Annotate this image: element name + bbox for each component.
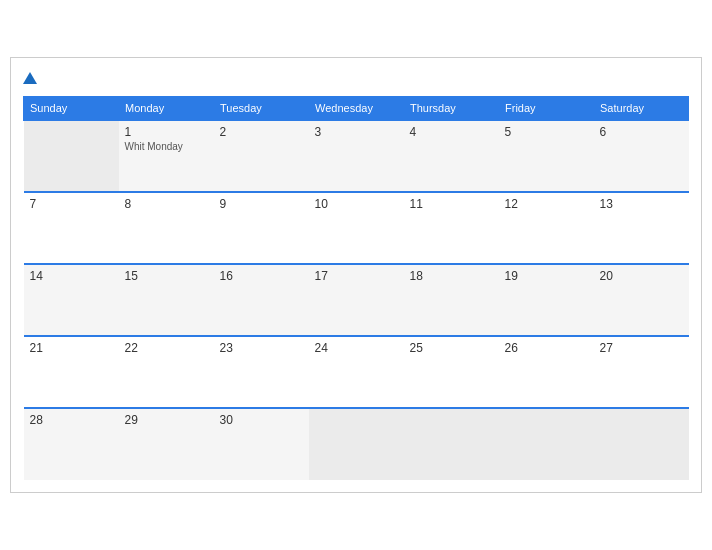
calendar-header: [23, 68, 689, 88]
day-number: 27: [600, 341, 683, 355]
day-number: 14: [30, 269, 113, 283]
calendar-cell: 30: [214, 408, 309, 480]
day-number: 2: [220, 125, 303, 139]
calendar-cell: 26: [499, 336, 594, 408]
day-number: 20: [600, 269, 683, 283]
calendar-cell: 29: [119, 408, 214, 480]
calendar-cell: [24, 120, 119, 192]
calendar-cell: [404, 408, 499, 480]
week-row-1: 1Whit Monday23456: [24, 120, 689, 192]
day-number: 4: [410, 125, 493, 139]
day-number: 17: [315, 269, 398, 283]
calendar-cell: 3: [309, 120, 404, 192]
day-header-wednesday: Wednesday: [309, 97, 404, 121]
calendar-cell: 10: [309, 192, 404, 264]
calendar-cell: 6: [594, 120, 689, 192]
day-number: 28: [30, 413, 113, 427]
calendar-container: SundayMondayTuesdayWednesdayThursdayFrid…: [10, 57, 702, 493]
day-number: 29: [125, 413, 208, 427]
day-number: 30: [220, 413, 303, 427]
day-number: 18: [410, 269, 493, 283]
calendar-cell: 11: [404, 192, 499, 264]
day-header-sunday: Sunday: [24, 97, 119, 121]
calendar-cell: [594, 408, 689, 480]
calendar-cell: 5: [499, 120, 594, 192]
calendar-cell: 12: [499, 192, 594, 264]
week-row-5: 282930: [24, 408, 689, 480]
calendar-cell: 7: [24, 192, 119, 264]
calendar-cell: 25: [404, 336, 499, 408]
calendar-cell: [499, 408, 594, 480]
day-number: 25: [410, 341, 493, 355]
logo: [23, 72, 41, 84]
calendar-cell: 1Whit Monday: [119, 120, 214, 192]
day-number: 26: [505, 341, 588, 355]
day-number: 21: [30, 341, 113, 355]
calendar-cell: 4: [404, 120, 499, 192]
calendar-cell: 8: [119, 192, 214, 264]
day-number: 13: [600, 197, 683, 211]
day-number: 22: [125, 341, 208, 355]
calendar-cell: [309, 408, 404, 480]
day-number: 3: [315, 125, 398, 139]
week-row-4: 21222324252627: [24, 336, 689, 408]
day-number: 23: [220, 341, 303, 355]
calendar-cell: 13: [594, 192, 689, 264]
calendar-cell: 28: [24, 408, 119, 480]
calendar-cell: 27: [594, 336, 689, 408]
day-number: 15: [125, 269, 208, 283]
calendar-cell: 16: [214, 264, 309, 336]
day-number: 6: [600, 125, 683, 139]
days-header-row: SundayMondayTuesdayWednesdayThursdayFrid…: [24, 97, 689, 121]
logo-triangle-icon: [23, 72, 37, 84]
day-header-thursday: Thursday: [404, 97, 499, 121]
day-number: 12: [505, 197, 588, 211]
calendar-cell: 2: [214, 120, 309, 192]
logo-blue-text: [23, 72, 41, 84]
day-number: 5: [505, 125, 588, 139]
calendar-cell: 24: [309, 336, 404, 408]
week-row-3: 14151617181920: [24, 264, 689, 336]
day-number: 1: [125, 125, 208, 139]
day-number: 16: [220, 269, 303, 283]
calendar-cell: 20: [594, 264, 689, 336]
calendar-cell: 21: [24, 336, 119, 408]
calendar-cell: 9: [214, 192, 309, 264]
event-label: Whit Monday: [125, 141, 208, 152]
day-header-monday: Monday: [119, 97, 214, 121]
day-number: 8: [125, 197, 208, 211]
day-number: 11: [410, 197, 493, 211]
calendar-cell: 23: [214, 336, 309, 408]
day-number: 7: [30, 197, 113, 211]
day-number: 10: [315, 197, 398, 211]
calendar-cell: 18: [404, 264, 499, 336]
week-row-2: 78910111213: [24, 192, 689, 264]
calendar-cell: 19: [499, 264, 594, 336]
calendar-cell: 14: [24, 264, 119, 336]
calendar-cell: 22: [119, 336, 214, 408]
day-header-friday: Friday: [499, 97, 594, 121]
day-header-tuesday: Tuesday: [214, 97, 309, 121]
day-number: 9: [220, 197, 303, 211]
day-header-saturday: Saturday: [594, 97, 689, 121]
day-number: 19: [505, 269, 588, 283]
calendar-cell: 17: [309, 264, 404, 336]
calendar-cell: 15: [119, 264, 214, 336]
calendar-grid: SundayMondayTuesdayWednesdayThursdayFrid…: [23, 96, 689, 480]
day-number: 24: [315, 341, 398, 355]
